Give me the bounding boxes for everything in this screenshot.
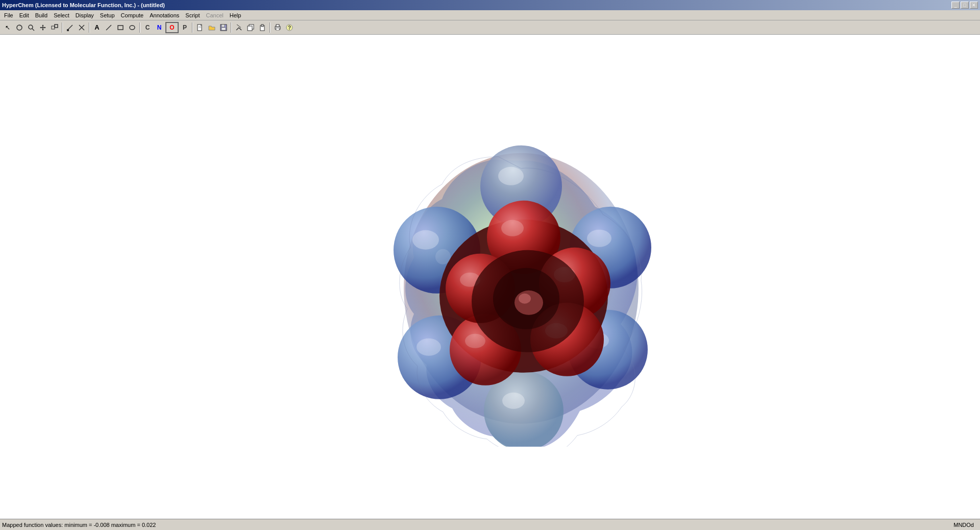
menu-build[interactable]: Build bbox=[32, 11, 51, 19]
maximize-button[interactable]: □ bbox=[961, 2, 969, 9]
svg-text:?: ? bbox=[288, 25, 291, 31]
svg-point-52 bbox=[501, 220, 524, 236]
svg-point-63 bbox=[514, 291, 543, 315]
status-text: Mapped function values: minimum = -0.008… bbox=[2, 522, 156, 528]
menu-setup[interactable]: Setup bbox=[97, 11, 118, 19]
new-button[interactable] bbox=[194, 22, 206, 33]
svg-rect-24 bbox=[222, 28, 226, 30]
svg-point-39 bbox=[498, 167, 524, 185]
svg-point-41 bbox=[502, 393, 525, 409]
separator-1 bbox=[62, 22, 63, 33]
svg-rect-31 bbox=[261, 25, 263, 27]
separator-4 bbox=[192, 22, 193, 33]
main-canvas[interactable] bbox=[0, 35, 980, 519]
menu-script[interactable]: Script bbox=[182, 11, 203, 19]
svg-point-47 bbox=[587, 230, 611, 247]
svg-rect-29 bbox=[248, 26, 252, 31]
paste-button[interactable] bbox=[257, 22, 268, 33]
menu-annotations[interactable]: Annotations bbox=[146, 11, 182, 19]
svg-point-0 bbox=[17, 25, 22, 30]
nitrogen-button[interactable]: N bbox=[154, 22, 165, 33]
svg-point-64 bbox=[519, 294, 531, 304]
menu-select[interactable]: Select bbox=[51, 11, 72, 19]
menu-compute[interactable]: Compute bbox=[118, 11, 147, 19]
separator-3 bbox=[139, 22, 140, 33]
carbon-button[interactable]: C bbox=[142, 22, 153, 33]
svg-line-27 bbox=[237, 25, 241, 28]
toolbar: ↖ A C N O P bbox=[0, 20, 980, 35]
window-controls: _ □ ✕ bbox=[951, 2, 978, 9]
open-button[interactable] bbox=[206, 22, 217, 33]
svg-point-17 bbox=[130, 26, 135, 30]
menu-file[interactable]: File bbox=[1, 11, 16, 19]
erase-button[interactable] bbox=[76, 22, 87, 33]
draw-single-bond-button[interactable] bbox=[64, 22, 76, 33]
line-tool-button[interactable] bbox=[103, 22, 114, 33]
minimize-button[interactable]: _ bbox=[951, 2, 960, 9]
ellipse-tool-button[interactable] bbox=[127, 22, 138, 33]
svg-rect-34 bbox=[276, 28, 279, 30]
status-right-text: MNDOd bbox=[953, 522, 974, 528]
title-bar: HyperChem (Licensed to Molecular Functio… bbox=[0, 0, 980, 10]
svg-marker-6 bbox=[42, 29, 44, 31]
text-tool-button[interactable]: A bbox=[91, 22, 103, 33]
svg-rect-23 bbox=[222, 25, 225, 27]
arrow-tool-button[interactable]: ↖ bbox=[2, 22, 13, 33]
cut-button[interactable] bbox=[233, 22, 244, 33]
svg-line-26 bbox=[239, 28, 241, 30]
svg-point-1 bbox=[29, 25, 33, 29]
menu-edit[interactable]: Edit bbox=[16, 11, 32, 19]
svg-line-15 bbox=[106, 25, 111, 30]
svg-point-43 bbox=[412, 230, 439, 250]
svg-marker-8 bbox=[44, 27, 46, 28]
separator-5 bbox=[231, 22, 232, 33]
svg-point-65 bbox=[435, 249, 451, 264]
phosphorus-button[interactable]: P bbox=[179, 22, 190, 33]
title-text: HyperChem (Licensed to Molecular Functio… bbox=[2, 2, 165, 8]
menu-bar: File Edit Build Select Display Setup Com… bbox=[0, 10, 980, 20]
svg-line-25 bbox=[236, 28, 239, 30]
separator-2 bbox=[89, 22, 90, 33]
svg-line-2 bbox=[32, 29, 34, 31]
scale-button[interactable] bbox=[49, 22, 60, 33]
rectangle-tool-button[interactable] bbox=[115, 22, 126, 33]
svg-rect-9 bbox=[52, 26, 55, 29]
status-bar: Mapped function values: minimum = -0.008… bbox=[0, 519, 980, 530]
svg-point-58 bbox=[465, 334, 485, 348]
svg-rect-10 bbox=[55, 25, 58, 28]
svg-marker-7 bbox=[40, 27, 41, 28]
molecule-container bbox=[376, 120, 662, 447]
svg-point-45 bbox=[416, 339, 441, 356]
svg-rect-12 bbox=[67, 29, 69, 31]
help-button[interactable]: ? bbox=[284, 22, 295, 33]
close-button[interactable]: ✕ bbox=[970, 2, 978, 9]
menu-help[interactable]: Help bbox=[227, 11, 244, 19]
print-button[interactable] bbox=[272, 22, 283, 33]
translate-button[interactable] bbox=[37, 22, 48, 33]
save-button[interactable] bbox=[218, 22, 229, 33]
oxygen-button[interactable]: O bbox=[165, 22, 179, 33]
menu-cancel[interactable]: Cancel bbox=[203, 11, 226, 19]
copy-button[interactable] bbox=[245, 22, 256, 33]
separator-6 bbox=[270, 22, 271, 33]
svg-rect-33 bbox=[276, 25, 279, 27]
rotate-tool-button[interactable] bbox=[14, 22, 25, 33]
svg-rect-16 bbox=[118, 26, 123, 30]
menu-display[interactable]: Display bbox=[72, 11, 97, 19]
zoom-button[interactable] bbox=[26, 22, 37, 33]
svg-marker-5 bbox=[42, 25, 44, 26]
